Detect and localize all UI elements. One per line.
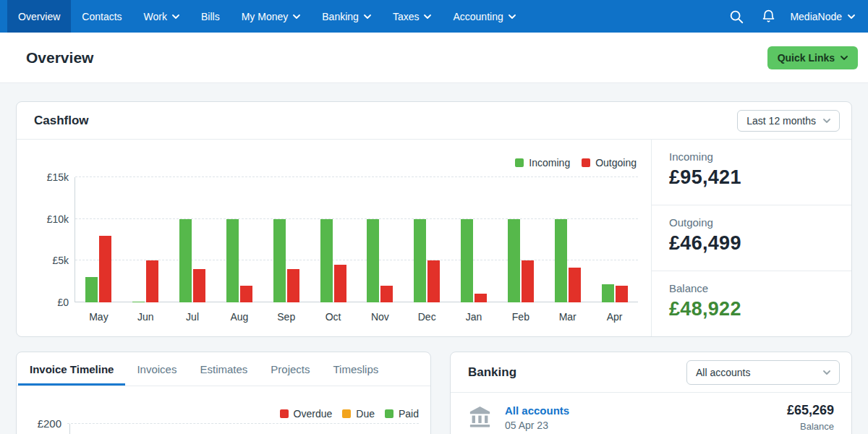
x-tick-sep: Sep [263, 311, 310, 323]
bar-outgoing-nov [380, 286, 393, 302]
bar-outgoing-jul [193, 269, 205, 302]
bar-group-jun [122, 177, 169, 302]
nav-item-accounting[interactable]: Accounting [442, 0, 526, 33]
notifications-button[interactable] [757, 5, 780, 28]
bar-incoming-sep [273, 219, 286, 302]
chevron-down-icon [172, 14, 179, 19]
nav-items: OverviewContactsWorkBillsMy MoneyBanking… [7, 0, 527, 33]
bar-outgoing-sep [287, 269, 299, 302]
bar-group-apr [591, 177, 638, 302]
summary-outgoing: Outgoing£46,499 [652, 205, 851, 271]
tab-invoice-timeline[interactable]: Invoice Timeline [18, 352, 125, 386]
summary-balance: Balance£48,922 [652, 271, 851, 336]
nav-item-banking[interactable]: Banking [311, 0, 382, 33]
bar-group-feb [497, 177, 544, 302]
x-tick-apr: Apr [591, 311, 638, 323]
cashflow-range-select[interactable]: Last 12 months [737, 110, 840, 132]
nav-item-contacts[interactable]: Contacts [71, 0, 132, 33]
cashflow-plot: £0£5k£10k£15kMayJunJulAugSepOctNovDecJan… [75, 177, 638, 302]
bar-outgoing-jun [146, 260, 158, 302]
bank-account-link[interactable]: All accounts [505, 404, 787, 417]
bar-outgoing-jan [475, 294, 487, 302]
x-axis-labels: MayJunJulAugSepOctNovDecJanFebMarApr [75, 311, 638, 323]
nav-item-label: Banking [322, 11, 359, 22]
legend-label: Outgoing [595, 157, 637, 169]
bank-balance-label: Balance [787, 421, 834, 432]
x-tick-nov: Nov [357, 311, 404, 323]
nav-item-work[interactable]: Work [133, 0, 190, 33]
x-tick-feb: Feb [497, 311, 544, 323]
x-tick-may: May [75, 311, 122, 323]
bank-icon [468, 407, 492, 428]
bank-balance-amount: £65,269 [787, 403, 834, 418]
nav-item-taxes[interactable]: Taxes [382, 0, 443, 33]
x-tick-dec: Dec [404, 311, 451, 323]
bar-incoming-feb [508, 219, 520, 302]
y-tick-£10k: £10k [47, 213, 69, 225]
summary-label: Outgoing [669, 216, 834, 229]
cashflow-card-header: Cashflow Last 12 months [17, 102, 851, 140]
tab-invoices[interactable]: Invoices [125, 352, 188, 386]
bank-account-date: 05 Apr 23 [505, 420, 787, 431]
x-tick-aug: Aug [216, 311, 263, 323]
tab-projects[interactable]: Projects [259, 352, 321, 386]
quick-links-button[interactable]: Quick Links [767, 46, 858, 69]
invoice-tabs: Invoice TimelineInvoicesEstimatesProject… [17, 352, 430, 386]
chevron-down-icon [823, 370, 830, 375]
search-button[interactable] [725, 5, 748, 28]
invoice-axis-row: £200 [31, 417, 419, 430]
nav-item-bills[interactable]: Bills [190, 0, 231, 33]
account-menu-button[interactable]: MediaNode [788, 11, 856, 22]
bar-incoming-aug [226, 219, 239, 302]
y-tick-£15k: £15k [47, 171, 69, 183]
bar-outgoing-dec [427, 260, 440, 302]
legend-item-outgoing: Outgoing [582, 157, 637, 169]
cashflow-legend: IncomingOutgoing [515, 157, 637, 169]
bar-incoming-jul [179, 219, 192, 302]
summary-value: £46,499 [669, 232, 834, 255]
banking-account-select[interactable]: All accounts [686, 360, 840, 385]
bar-incoming-nov [367, 219, 379, 302]
nav-item-overview[interactable]: Overview [7, 0, 71, 33]
summary-value: £48,922 [669, 298, 834, 320]
page-title: Overview [26, 49, 93, 67]
chevron-down-icon [848, 14, 855, 19]
summary-label: Balance [669, 282, 834, 294]
bar-incoming-jun [132, 302, 145, 302]
cashflow-range-value: Last 12 months [746, 115, 816, 127]
legend-item-incoming: Incoming [515, 157, 570, 169]
tab-estimates[interactable]: Estimates [188, 352, 259, 386]
legend-label: Incoming [529, 157, 570, 169]
x-tick-mar: Mar [544, 311, 591, 323]
bar-incoming-jan [461, 219, 473, 302]
bar-incoming-may [85, 277, 98, 302]
tab-timeslips[interactable]: Timeslips [322, 352, 391, 386]
bar-group-jul [169, 177, 216, 302]
account-name: MediaNode [790, 11, 842, 22]
nav-item-my-money[interactable]: My Money [231, 0, 312, 33]
cashflow-title: Cashflow [34, 114, 89, 128]
summary-label: Incoming [669, 150, 834, 163]
bell-icon [761, 9, 776, 24]
chevron-down-icon [424, 14, 431, 19]
cashflow-card: Cashflow Last 12 months IncomingOutgoing… [16, 101, 852, 337]
bar-group-jan [451, 177, 498, 302]
bar-group-dec [404, 177, 451, 302]
x-tick-oct: Oct [310, 311, 357, 323]
bar-outgoing-aug [240, 286, 252, 302]
bar-group-aug [216, 177, 263, 302]
invoice-timeline-chart: OverdueDuePaid £200 [17, 386, 430, 434]
bar-group-oct [310, 177, 357, 302]
page-header: Overview Quick Links [0, 33, 868, 83]
main-content: Cashflow Last 12 months IncomingOutgoing… [0, 83, 868, 434]
nav-right: MediaNode [725, 0, 856, 33]
banking-title: Banking [468, 365, 516, 380]
cashflow-body: IncomingOutgoing £0£5k£10k£15kMayJunJulA… [17, 140, 851, 336]
summary-incoming: Incoming£95,421 [652, 140, 851, 205]
invoice-y-tick: £200 [31, 417, 61, 430]
chevron-down-icon [841, 56, 848, 60]
legend-swatch [582, 158, 590, 167]
search-icon [728, 9, 744, 25]
bank-account-balance: £65,269 Balance [787, 403, 834, 432]
y-tick-£5k: £5k [52, 255, 69, 266]
